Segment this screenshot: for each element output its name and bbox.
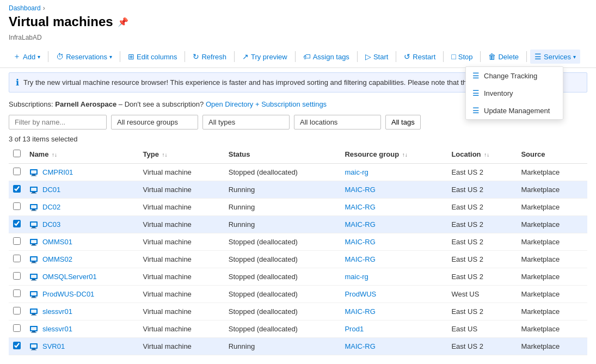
vm-name-link[interactable]: slessvr01 <box>42 325 72 333</box>
select-all-checkbox[interactable] <box>13 150 21 157</box>
table-header-row: Name ↑↓ Type ↑↓ Status Resource group ↑↓… <box>9 145 587 164</box>
row-checkbox[interactable] <box>13 168 21 175</box>
row-checkbox[interactable] <box>13 272 21 280</box>
svg-rect-17 <box>31 240 36 243</box>
vm-name-link[interactable]: SVR01 <box>42 342 65 350</box>
start-button[interactable]: ▷ Start <box>361 50 392 64</box>
type-filter[interactable]: All types <box>202 115 290 129</box>
filter-name-input[interactable] <box>9 115 107 129</box>
vm-rg-link[interactable]: MAIC-RG <box>345 238 375 246</box>
row-checkbox[interactable] <box>13 202 21 210</box>
open-directory-link[interactable]: Open Directory + Subscription settings <box>206 100 327 108</box>
toolbar-separator-5 <box>295 51 296 62</box>
services-button[interactable]: ☰ Services ▾ <box>530 50 580 64</box>
vm-name-link[interactable]: DC02 <box>42 203 60 211</box>
name-sort-icon: ↑↓ <box>52 152 57 158</box>
refresh-button[interactable]: ↻ Refresh <box>188 50 231 64</box>
location-filter[interactable]: All locations <box>294 115 381 129</box>
menu-item-update-management[interactable]: ☰ Update Management <box>466 102 563 119</box>
vm-location-cell: East US 2 <box>447 338 517 355</box>
row-checkbox-cell[interactable] <box>9 338 25 355</box>
svg-rect-33 <box>31 310 36 313</box>
vm-type-cell: Virtual machine <box>138 286 224 303</box>
svg-rect-9 <box>31 205 36 208</box>
vm-name-link[interactable]: OMSQLServer01 <box>42 273 97 281</box>
row-checkbox[interactable] <box>13 185 21 193</box>
vm-name-link[interactable]: OMMS02 <box>42 255 72 263</box>
col-name[interactable]: Name ↑↓ <box>25 145 138 164</box>
vm-name-link[interactable]: slessvr01 <box>42 307 72 316</box>
menu-item-inventory[interactable]: ☰ Inventory <box>466 84 563 102</box>
row-checkbox-cell[interactable] <box>9 233 25 251</box>
vm-source-cell: Marketplace <box>517 181 587 199</box>
vm-name-link[interactable]: OMMS01 <box>42 238 72 246</box>
menu-item-change-tracking[interactable]: ☰ Change Tracking <box>466 67 563 84</box>
vm-rg-link[interactable]: MAIC-RG <box>345 203 375 211</box>
row-checkbox-cell[interactable] <box>9 320 25 338</box>
row-checkbox-cell[interactable] <box>9 181 25 199</box>
row-checkbox[interactable] <box>13 307 21 314</box>
toolbar-separator-4 <box>234 51 235 62</box>
vm-rg-link[interactable]: Prod1 <box>345 325 364 333</box>
table-row: ProdWUS-DC01 Virtual machine Stopped (de… <box>9 286 587 303</box>
vm-rg-link[interactable]: MAIC-RG <box>345 342 375 350</box>
toolbar-separator-6 <box>357 51 358 62</box>
col-source: Source <box>517 145 587 164</box>
resource-group-filter[interactable]: All resource groups <box>111 115 198 129</box>
delete-button[interactable]: 🗑 Delete <box>484 50 523 64</box>
refresh-icon: ↻ <box>193 52 199 61</box>
row-checkbox[interactable] <box>13 324 21 332</box>
pin-icon[interactable]: 📌 <box>118 17 128 27</box>
col-status[interactable]: Status <box>224 145 341 164</box>
tags-filter-button[interactable]: All tags <box>385 115 421 129</box>
toolbar-separator-8 <box>443 51 444 62</box>
vm-rg-link[interactable]: maic-rg <box>345 168 368 176</box>
toolbar-separator-9 <box>480 51 481 62</box>
assign-tags-button[interactable]: 🏷 Assign tags <box>299 50 354 64</box>
restart-button[interactable]: ↺ Restart <box>400 50 440 64</box>
vm-name-link[interactable]: ProdWUS-DC01 <box>42 290 94 298</box>
row-checkbox[interactable] <box>13 255 21 262</box>
vm-type-icon <box>29 168 38 177</box>
edit-columns-button[interactable]: ⊞ Edit columns <box>124 50 181 64</box>
row-checkbox-cell[interactable] <box>9 303 25 320</box>
breadcrumb-dashboard[interactable]: Dashboard <box>9 4 41 12</box>
col-resource-group[interactable]: Resource group ↑↓ <box>340 145 447 164</box>
subscriptions-label: Subscriptions: <box>9 100 53 108</box>
row-checkbox-cell[interactable] <box>9 216 25 233</box>
col-location[interactable]: Location ↑↓ <box>447 145 517 164</box>
vm-rg-link[interactable]: maic-rg <box>345 273 368 281</box>
table-row: DC03 Virtual machine Running MAIC-RG Eas… <box>9 216 587 233</box>
reservations-button[interactable]: ⏱ Reservations ▾ <box>52 50 116 64</box>
vm-rg-link[interactable]: MAIC-RG <box>345 186 375 194</box>
vm-name-link[interactable]: DC03 <box>42 220 60 229</box>
select-all-header[interactable] <box>9 145 25 164</box>
row-checkbox-cell[interactable] <box>9 251 25 268</box>
vm-location-cell: East US 2 <box>447 233 517 251</box>
vm-rg-link[interactable]: MAIC-RG <box>345 255 375 263</box>
row-checkbox-cell[interactable] <box>9 199 25 216</box>
row-checkbox[interactable] <box>13 237 21 245</box>
vm-rg-link[interactable]: MAIC-RG <box>345 220 375 229</box>
row-checkbox[interactable] <box>13 220 21 227</box>
vm-status-cell: Stopped (deallocated) <box>224 164 341 181</box>
vm-type-icon <box>29 342 38 351</box>
col-type[interactable]: Type ↑↓ <box>138 145 224 164</box>
vm-type-icon <box>29 203 38 212</box>
vm-rg-cell: Prod1 <box>340 320 447 338</box>
row-checkbox-cell[interactable] <box>9 164 25 181</box>
vm-table: Name ↑↓ Type ↑↓ Status Resource group ↑↓… <box>9 145 587 355</box>
vm-location-cell: East US 2 <box>447 164 517 181</box>
row-checkbox-cell[interactable] <box>9 268 25 286</box>
vm-name-link[interactable]: DC01 <box>42 186 60 194</box>
vm-rg-link[interactable]: MAIC-RG <box>345 307 375 316</box>
row-checkbox-cell[interactable] <box>9 286 25 303</box>
try-preview-button[interactable]: ↗ Try preview <box>238 50 292 64</box>
add-button[interactable]: ＋ Add ▾ <box>9 49 45 64</box>
vm-rg-link[interactable]: ProdWUS <box>345 290 376 298</box>
vm-name-link[interactable]: CMPRI01 <box>42 168 73 176</box>
row-checkbox[interactable] <box>13 342 21 349</box>
row-checkbox[interactable] <box>13 289 21 297</box>
start-icon: ▷ <box>365 52 371 61</box>
stop-button[interactable]: □ Stop <box>447 50 477 64</box>
